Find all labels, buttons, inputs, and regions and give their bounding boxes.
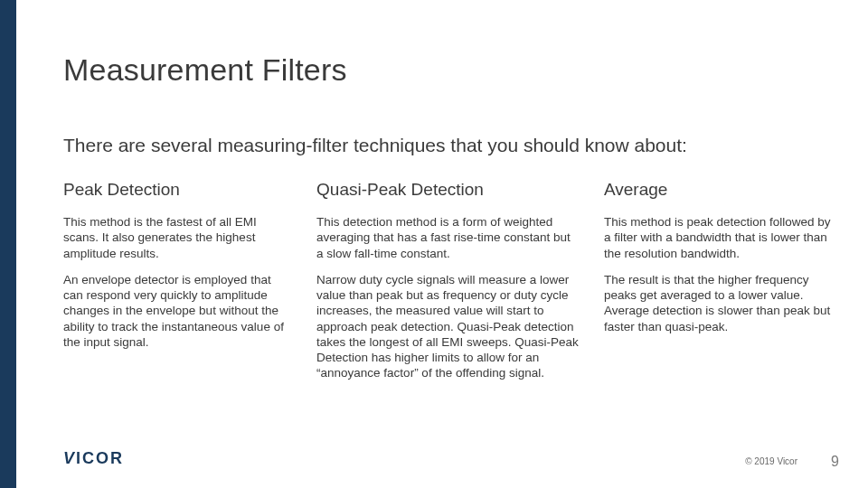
body-paragraph: This method is the fastest of all EMI sc… <box>63 214 291 261</box>
page-number: 9 <box>831 454 839 470</box>
column-peak-detection: Peak Detection This method is the fastes… <box>63 180 291 392</box>
body-paragraph: The result is that the higher frequency … <box>604 272 832 334</box>
column-quasi-peak-detection: Quasi-Peak Detection This detection meth… <box>316 180 579 392</box>
column-heading: Peak Detection <box>63 180 291 200</box>
column-heading: Average <box>604 180 832 200</box>
copyright-text: © 2019 Vicor <box>745 456 797 466</box>
accent-side-bar <box>0 0 16 488</box>
intro-text: There are several measuring-filter techn… <box>63 135 832 156</box>
slide-title: Measurement Filters <box>63 52 832 88</box>
columns-container: Peak Detection This method is the fastes… <box>63 180 832 392</box>
logo-text: ICOR <box>76 449 124 467</box>
column-heading: Quasi-Peak Detection <box>316 180 579 200</box>
content-area: Measurement Filters There are several me… <box>63 52 832 392</box>
column-average: Average This method is peak detection fo… <box>604 180 832 392</box>
body-paragraph: This detection method is a form of weigh… <box>316 214 579 261</box>
body-paragraph: Narrow duty cycle signals will measure a… <box>316 272 579 381</box>
body-paragraph: This method is peak detection followed b… <box>604 214 832 261</box>
slide: Measurement Filters There are several me… <box>0 0 868 488</box>
vicor-logo: VICOR <box>63 449 124 468</box>
body-paragraph: An envelope detector is employed that ca… <box>63 272 291 350</box>
